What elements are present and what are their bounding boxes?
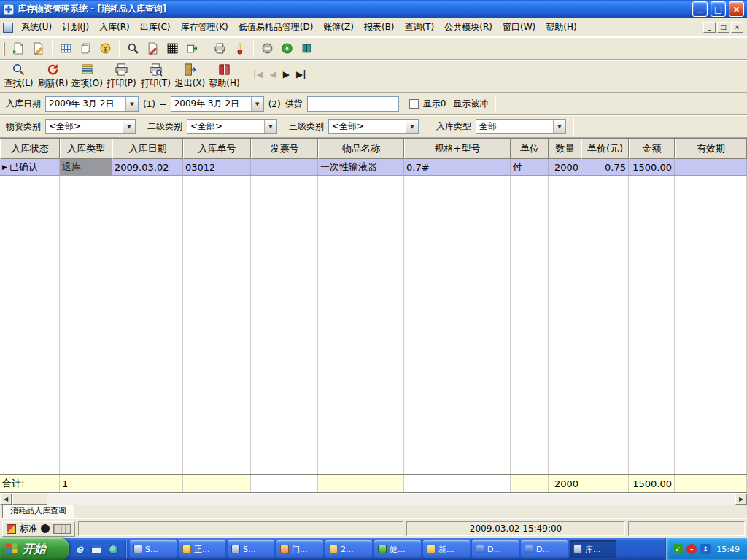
menu-window[interactable]: 窗口(W) [498,18,541,36]
mdi-restore-button[interactable]: □ [717,22,729,33]
nav-last-icon[interactable]: ▶| [296,69,306,79]
blocker-tray-icon[interactable]: – [686,544,697,554]
nav-next-icon[interactable]: ▶ [283,69,290,79]
level3-select[interactable]: <全部> ▼ [328,119,419,134]
menu-inbound[interactable]: 入库(R) [94,18,135,36]
column-header[interactable]: 发票号 [251,139,318,159]
export-icon[interactable] [183,39,201,58]
keyboard-icon[interactable] [53,524,71,534]
task-window-7[interactable]: 新... [423,540,470,558]
minimize-button[interactable]: _ [692,1,708,17]
antivirus-tray-icon[interactable]: ✓ [673,544,683,554]
table-icon[interactable] [57,39,75,58]
menu-help[interactable]: 帮助(H) [541,18,581,36]
column-header[interactable]: 有效期 [675,139,747,159]
print-button[interactable]: 打印(P) [104,61,139,91]
close-button[interactable]: × [729,1,744,17]
print-preview-button[interactable]: 打印(T) [139,61,173,91]
nav-first-icon[interactable]: |◀ [253,69,263,79]
edit-record-icon[interactable] [144,39,162,58]
column-header[interactable]: 入库类型 [60,139,112,159]
supplier-input[interactable] [307,96,399,112]
task-window-8[interactable]: D... [472,540,519,558]
disable-icon[interactable] [258,39,276,58]
task-window-6[interactable]: 健... [374,540,421,558]
menu-system[interactable]: 系统(U) [16,18,57,36]
column-header[interactable]: 物品名称 [318,139,404,159]
chevron-down-icon[interactable]: ▼ [406,120,418,133]
cell-spec[interactable]: 0.7# [404,159,511,176]
cell-inbound-date[interactable]: 2009.03.02 [112,159,183,176]
find-button[interactable]: 查找(L) [1,61,36,91]
grid-icon[interactable] [163,39,182,58]
menu-report[interactable]: 报表(B) [359,18,400,36]
horizontal-scrollbar[interactable]: ◀ ▶ [0,493,747,505]
task-window-3[interactable]: S... [228,540,274,558]
show-zero-checkbox[interactable] [409,99,419,109]
column-header[interactable]: 金额 [629,139,675,159]
thermometer-icon[interactable] [231,39,249,58]
new-document-icon[interactable] [9,39,28,58]
mdi-close-button[interactable]: × [731,22,743,33]
date-from-select[interactable]: 2009年 3月 2日 ▼ [45,96,139,112]
column-header[interactable]: 单价(元) [581,139,629,159]
cell-item-name[interactable]: 一次性输液器 [318,159,404,176]
menu-plan[interactable]: 计划(J) [57,18,94,36]
cell-unit-price[interactable]: 0.75 [581,159,629,176]
column-header[interactable]: 入库状态 [0,139,60,159]
print-icon[interactable] [211,39,229,58]
menu-query[interactable]: 查询(T) [400,18,440,36]
menu-common[interactable]: 公共模块(R) [439,18,498,36]
tab-consumable-inbound-query[interactable]: 消耗品入库查询 [2,505,74,518]
intype-select[interactable]: 全部 ▼ [476,119,566,134]
scroll-left-button[interactable]: ◀ [0,494,12,505]
scrollbar-thumb[interactable] [12,494,47,505]
nav-prev-icon[interactable]: ◀ [270,69,276,79]
task-window-2[interactable]: 正... [179,540,225,558]
cell-quantity[interactable]: 2000 [549,159,581,176]
documents-icon[interactable] [77,39,95,58]
book-icon[interactable] [298,39,316,58]
style-icon[interactable] [7,524,16,534]
internet-explorer-icon[interactable]: e [73,542,86,556]
help-button[interactable]: 帮助(H) [207,61,241,91]
chevron-down-icon[interactable]: ▼ [251,97,263,111]
cell-invoice-no[interactable] [251,159,318,176]
cell-inbound-type[interactable]: 退库 [60,159,112,176]
network-tray-icon[interactable]: ↕ [700,544,711,554]
category-select[interactable]: <全部> ▼ [45,119,136,134]
show-desktop-icon[interactable] [90,542,103,556]
cell-unit[interactable]: 付 [511,159,549,176]
money-icon[interactable] [96,39,115,58]
scroll-right-button[interactable]: ▶ [735,494,747,505]
column-header[interactable]: 数量 [549,139,581,159]
menu-outbound[interactable]: 出库(C) [135,18,176,36]
maximize-button[interactable]: □ [711,1,726,17]
level2-select[interactable]: <全部> ▼ [187,119,277,134]
cell-expiry[interactable] [675,159,747,176]
chevron-down-icon[interactable]: ▼ [553,120,565,133]
cell-amount[interactable]: 1500.00 [629,159,675,176]
media-player-icon[interactable] [107,542,120,556]
options-button[interactable]: 选项(O) [70,61,104,91]
chevron-down-icon[interactable]: ▼ [125,97,138,111]
task-window-5[interactable]: 2... [325,540,372,558]
search-icon[interactable] [124,39,142,58]
clock[interactable]: 15:49 [716,545,740,554]
task-window-4[interactable]: 门... [276,540,323,558]
menu-stock-mgmt[interactable]: 库存管理(K) [176,18,233,36]
cell-order-no[interactable]: 03012 [183,159,251,176]
start-button[interactable]: 开始 [0,538,69,560]
menu-consumables-mgmt[interactable]: 低值易耗品管理(D) [233,18,319,36]
task-window-9[interactable]: D... [521,540,568,558]
theme-icon[interactable] [41,524,50,533]
chevron-down-icon[interactable]: ▼ [264,120,276,133]
column-header[interactable]: 规格+型号 [404,139,511,159]
task-window-active[interactable]: 库... [570,540,616,558]
column-header[interactable]: 入库日期 [112,139,183,159]
disc-icon[interactable] [278,39,296,58]
exit-button[interactable]: 退出(X) [173,61,207,91]
edit-document-icon[interactable] [29,39,47,58]
mdi-minimize-button[interactable]: _ [703,22,716,33]
mdi-child-icon[interactable] [3,23,13,33]
